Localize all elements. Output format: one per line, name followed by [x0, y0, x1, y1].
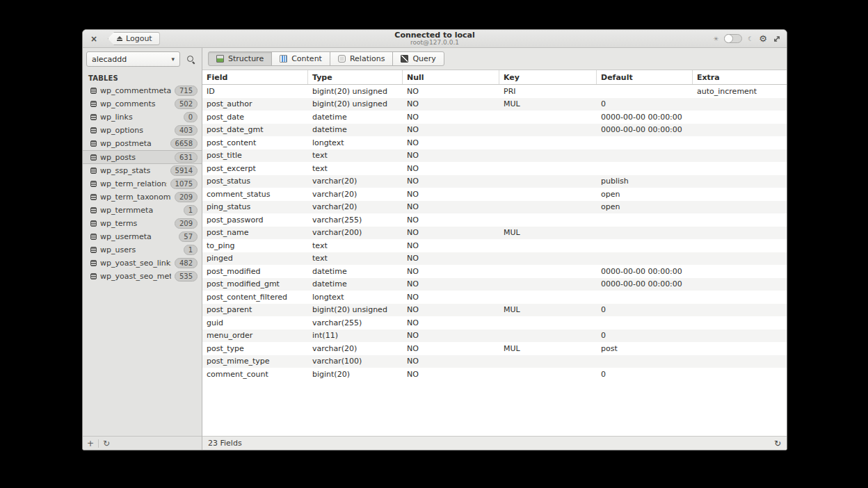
close-window-button[interactable]: ×: [88, 33, 99, 44]
table-cell: MUL: [499, 98, 597, 111]
table-row[interactable]: comment_countbigint(20)NO0: [202, 368, 787, 381]
table-row[interactable]: post_parentbigint(20) unsignedNOMUL0: [202, 304, 787, 317]
table-name-label: wp_posts: [100, 153, 171, 162]
row-count-badge: 0: [184, 112, 198, 122]
table-cell: bigint(20) unsigned: [308, 304, 403, 317]
table-row[interactable]: post_mime_typevarchar(100)NO: [202, 355, 787, 368]
table-cell: NO: [403, 227, 499, 240]
table-cell: post_password: [202, 213, 308, 227]
table-cell: MUL: [499, 342, 597, 355]
table-row[interactable]: post_authorbigint(20) unsignedNOMUL0: [202, 98, 787, 111]
table-row[interactable]: post_titletextNO: [202, 149, 787, 163]
table-cell: pinged: [202, 252, 308, 266]
sidebar-table-item-wp_postmeta[interactable]: wp_postmeta 6658: [83, 137, 202, 150]
table-refresh-button[interactable]: ↻: [774, 439, 781, 448]
logout-button[interactable]: Logout: [108, 32, 160, 45]
add-table-button[interactable]: +: [83, 439, 98, 448]
tab-query[interactable]: Query: [392, 51, 444, 66]
column-header-null[interactable]: Null: [403, 70, 499, 84]
table-name-label: wp_term_taxonomy: [100, 193, 171, 202]
table-cell: [499, 124, 597, 137]
sidebar-table-item-wp_ssp_stats[interactable]: wp_ssp_stats 5914: [83, 164, 202, 177]
column-header-field[interactable]: Field: [202, 70, 308, 84]
column-header-key[interactable]: Key: [499, 70, 597, 84]
tab-content[interactable]: Content: [271, 51, 330, 66]
table-row[interactable]: comment_statusvarchar(20)NOopen: [202, 188, 787, 201]
table-row[interactable]: post_datedatetimeNO0000-00-00 00:00:00: [202, 111, 787, 124]
database-selector[interactable]: alecaddd ▾: [86, 51, 180, 67]
table-cell: NO: [403, 330, 499, 343]
sidebar-table-item-wp_termmeta[interactable]: wp_termmeta 1: [83, 204, 202, 217]
table-row[interactable]: IDbigint(20) unsignedNOPRIauto_increment: [202, 85, 787, 98]
table-row[interactable]: post_namevarchar(200)NOMUL: [202, 227, 787, 240]
sidebar-table-item-wp_usermeta[interactable]: wp_usermeta 57: [83, 230, 202, 243]
table-cell: [693, 136, 787, 149]
table-row[interactable]: post_date_gmtdatetimeNO0000-00-00 00:00:…: [202, 124, 787, 137]
table-row[interactable]: post_contentlongtextNO: [202, 136, 787, 149]
sidebar-table-item-wp_yoast_seo_meta[interactable]: wp_yoast_seo_meta 535: [83, 270, 202, 283]
table-row[interactable]: to_pingtextNO: [202, 239, 787, 252]
table-row[interactable]: pingedtextNO: [202, 252, 787, 266]
table-cell: [499, 162, 597, 175]
fullscreen-icon[interactable]: [773, 35, 781, 43]
content-icon: [280, 55, 287, 63]
sidebar-table-item-wp_term_relationships[interactable]: wp_term_relationships 1075: [83, 177, 202, 190]
sidebar-refresh-button[interactable]: ↻: [99, 439, 114, 448]
table-row[interactable]: post_excerpttextNO: [202, 162, 787, 175]
column-header-type[interactable]: Type: [308, 70, 403, 84]
table-cell: [499, 355, 597, 368]
table-row[interactable]: post_modifieddatetimeNO0000-00-00 00:00:…: [202, 265, 787, 278]
table-row[interactable]: post_passwordvarchar(255)NO: [202, 213, 787, 227]
table-row[interactable]: menu_orderint(11)NO0: [202, 330, 787, 343]
table-row[interactable]: guidvarchar(255)NO: [202, 316, 787, 330]
sidebar-table-item-wp_term_taxonomy[interactable]: wp_term_taxonomy 209: [83, 190, 202, 204]
sidebar-table-item-wp_users[interactable]: wp_users 1: [83, 243, 202, 257]
table-icon: [90, 194, 97, 200]
table-cell: post_date: [202, 111, 308, 124]
table-name-label: wp_options: [100, 126, 171, 135]
table-cell: post_modified_gmt: [202, 278, 308, 291]
table-cell: varchar(20): [308, 175, 403, 188]
table-icon: [90, 101, 97, 107]
table-cell: NO: [403, 188, 499, 201]
main-toolbar: Structure Content Relations Query: [202, 48, 787, 70]
search-button[interactable]: [183, 51, 198, 67]
sidebar-table-item-wp_yoast_seo_links[interactable]: wp_yoast_seo_links 482: [83, 257, 202, 270]
sidebar-table-item-wp_options[interactable]: wp_options 403: [83, 124, 202, 137]
tab-relations[interactable]: Relations: [330, 51, 394, 66]
table-row[interactable]: post_content_filteredlongtextNO: [202, 291, 787, 304]
theme-toggle-switch[interactable]: [724, 34, 742, 43]
sidebar-table-item-wp_comments[interactable]: wp_comments 502: [83, 97, 202, 111]
close-icon: ×: [90, 34, 97, 44]
tab-structure[interactable]: Structure: [208, 51, 272, 66]
headerbar: × Logout Connected to local root@127.0.0…: [83, 30, 787, 48]
table-cell: post_type: [202, 342, 308, 355]
table-name-label: wp_links: [100, 113, 180, 122]
table-cell: [597, 213, 693, 227]
sidebar-table-item-wp_links[interactable]: wp_links 0: [83, 111, 202, 124]
column-header-default[interactable]: Default: [597, 70, 693, 84]
table-cell: [693, 213, 787, 227]
table-cell: [693, 316, 787, 330]
table-cell: longtext: [308, 136, 403, 149]
sidebar-toolbar: alecaddd ▾: [83, 48, 202, 70]
sidebar-table-item-wp_commentmeta[interactable]: wp_commentmeta 715: [83, 84, 202, 97]
query-icon: [401, 55, 408, 63]
settings-gear-icon[interactable]: ⚙: [759, 33, 767, 44]
table-cell: post_mime_type: [202, 355, 308, 368]
table-cell: [499, 330, 597, 343]
table-cell: NO: [403, 213, 499, 227]
column-header-extra[interactable]: Extra: [693, 70, 787, 84]
sidebar-table-item-wp_posts[interactable]: wp_posts 631: [83, 150, 202, 163]
row-count-badge: 502: [175, 99, 198, 109]
table-row[interactable]: post_modified_gmtdatetimeNO0000-00-00 00…: [202, 278, 787, 291]
table-cell: bigint(20) unsigned: [308, 98, 403, 111]
table-row[interactable]: post_statusvarchar(20)NOpublish: [202, 175, 787, 188]
table-cell: post_modified: [202, 265, 308, 278]
table-cell: NO: [403, 368, 499, 381]
table-cell: [597, 291, 693, 304]
table-cell: [499, 278, 597, 291]
table-row[interactable]: ping_statusvarchar(20)NOopen: [202, 201, 787, 214]
table-row[interactable]: post_typevarchar(20)NOMULpost: [202, 342, 787, 355]
sidebar-table-item-wp_terms[interactable]: wp_terms 209: [83, 217, 202, 230]
